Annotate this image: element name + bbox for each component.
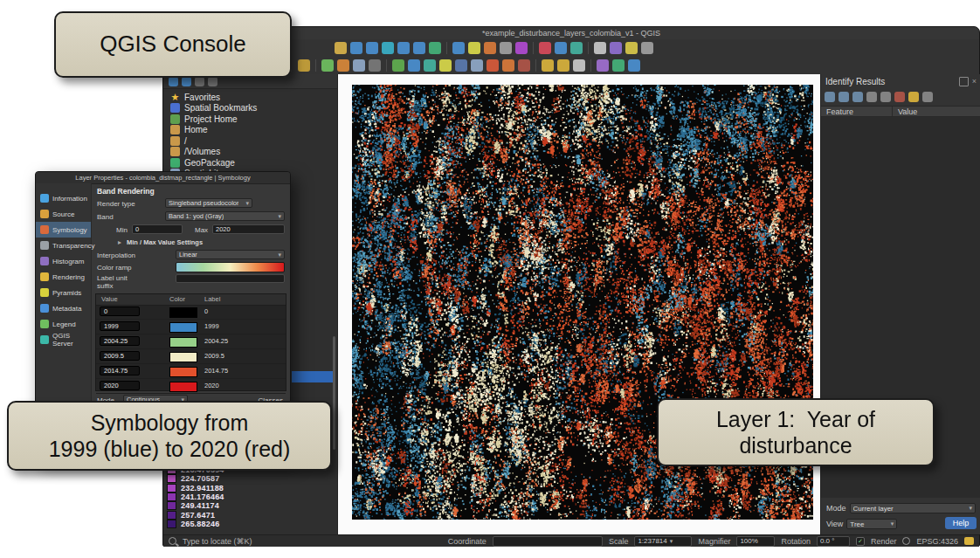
auto-expand-icon[interactable] (852, 92, 863, 102)
select-features-icon[interactable] (468, 42, 480, 54)
list-item[interactable]: 224.70587 (167, 474, 224, 483)
identify-features-icon[interactable] (452, 42, 465, 54)
refresh-map-icon[interactable] (429, 42, 441, 54)
table-row[interactable]: 2004.252004.25 (96, 334, 286, 349)
color-chip[interactable] (169, 322, 197, 333)
min-input[interactable]: 0 (132, 224, 183, 234)
dialog-tab-metadata[interactable]: Metadata (36, 300, 91, 316)
label-cell[interactable]: 2009.5 (204, 349, 224, 363)
zoom-next-icon[interactable] (413, 42, 425, 54)
value-column-header[interactable]: Value (893, 107, 980, 116)
open-data-source-manager-icon[interactable] (298, 59, 310, 72)
close-panel-icon[interactable]: × (972, 78, 977, 86)
table-row[interactable]: 19991999 (96, 320, 286, 334)
copy-feature-icon[interactable] (866, 92, 877, 102)
coordinate-input[interactable] (493, 536, 603, 547)
magnifier-input[interactable]: 100% (736, 536, 775, 547)
render-type-select[interactable]: Singleband pseudocolor ▾ (165, 198, 252, 208)
rotation-input[interactable]: 0.0 ° (817, 536, 850, 547)
message-log-icon[interactable] (964, 537, 974, 545)
new-bookmark-icon[interactable] (539, 42, 551, 54)
collapse-all-icon[interactable] (839, 92, 849, 102)
dialog-tab-rendering[interactable]: Rendering (36, 269, 91, 285)
disclosure-triangle-icon[interactable]: ▸ (118, 238, 121, 246)
add-delimited-text-icon[interactable] (439, 59, 452, 72)
browser-item-project-home[interactable]: Project Home (163, 114, 337, 125)
add-vector-layer-icon[interactable] (392, 59, 404, 72)
scrollbar[interactable] (333, 336, 335, 450)
dialog-tab-transparency[interactable]: Transparency (36, 238, 91, 253)
show-statistics-icon[interactable] (610, 42, 622, 54)
float-panel-icon[interactable] (959, 77, 969, 86)
zoom-out-icon[interactable] (366, 42, 378, 54)
map-tips-icon[interactable] (542, 59, 554, 72)
temporal-control-icon[interactable] (570, 42, 583, 54)
metasearch-icon[interactable] (628, 59, 640, 72)
add-wfs-layer-icon[interactable] (502, 59, 514, 72)
dialog-tab-pyramids[interactable]: Pyramids (36, 285, 91, 300)
form-annotation-icon[interactable] (573, 59, 585, 72)
options-icon[interactable] (641, 42, 653, 54)
new-virtual-layer-icon[interactable] (369, 59, 381, 72)
color-chip[interactable] (169, 382, 197, 392)
python-console-icon[interactable] (625, 42, 638, 54)
value-cell[interactable]: 2014.75 (100, 366, 140, 375)
dialog-tab-qgis-server[interactable]: QGIS Server (36, 332, 91, 348)
list-item[interactable]: 249.41174 (167, 501, 224, 510)
table-row[interactable]: 20202020 (96, 379, 286, 394)
identify-mode-select[interactable]: Current layer ▾ (850, 503, 976, 513)
list-item[interactable]: 265.88246 (167, 520, 224, 528)
add-raster-layer-icon[interactable] (408, 59, 420, 72)
zoom-full-icon[interactable] (382, 42, 394, 54)
expand-all-icon[interactable] (825, 92, 835, 102)
dialog-tab-information[interactable]: Information (36, 190, 91, 206)
processing-toolbox-icon[interactable] (612, 59, 625, 72)
dialog-tab-histogram[interactable]: Histogram (36, 253, 91, 269)
dialog-tab-source[interactable]: Source (36, 206, 91, 222)
browser-item-volumes[interactable]: /Volumes (163, 147, 337, 158)
measure-icon[interactable] (515, 42, 528, 54)
value-cell[interactable]: 0 (100, 307, 140, 316)
list-item[interactable]: 257.6471 (167, 510, 224, 519)
color-chip[interactable] (169, 337, 197, 348)
open-attribute-table-icon[interactable] (500, 42, 512, 54)
new-shapefile-layer-icon[interactable] (337, 59, 349, 72)
dialog-titlebar[interactable]: Layer Properties - colombia_distmap_rect… (36, 172, 290, 184)
label-cell[interactable]: 2020 (204, 379, 219, 393)
browser-refresh-icon[interactable] (169, 77, 178, 86)
zoom-last-icon[interactable] (397, 42, 410, 54)
color-chip[interactable] (169, 352, 197, 362)
identify-view-select[interactable]: Tree ▾ (846, 519, 897, 529)
style-manager-icon[interactable] (597, 59, 609, 72)
add-mesh-layer-icon[interactable] (424, 59, 436, 72)
render-checkbox[interactable]: ✓ (856, 537, 865, 546)
color-chip[interactable] (169, 307, 197, 318)
band-select[interactable]: Band 1: yod (Gray) ▾ (165, 211, 285, 221)
identify-mode-icon[interactable] (908, 92, 919, 102)
browser-item-spatial-bookmarks[interactable]: Spatial Bookmarks (163, 103, 337, 114)
browser-collapse-all-icon[interactable] (195, 77, 204, 86)
label-cell[interactable]: 2004.25 (204, 334, 228, 348)
table-row[interactable]: 00 (96, 305, 286, 320)
table-row[interactable]: 2009.52009.5 (96, 349, 286, 364)
deselect-features-icon[interactable] (484, 42, 496, 54)
label-cell[interactable]: 2014.75 (204, 364, 228, 378)
browser-item-home[interactable]: Home (163, 125, 337, 136)
new-geopackage-layer-icon[interactable] (321, 59, 334, 72)
dialog-tab-legend[interactable]: Legend (36, 316, 91, 332)
text-annotation-icon[interactable] (557, 59, 569, 72)
add-wcs-layer-icon[interactable] (518, 59, 530, 72)
identify-settings-icon[interactable] (922, 92, 933, 102)
label-cell[interactable]: 0 (204, 305, 208, 319)
add-wms-layer-icon[interactable] (487, 59, 499, 72)
color-chip[interactable] (169, 367, 197, 377)
value-cell[interactable]: 2004.25 (100, 336, 140, 346)
print-response-icon[interactable] (880, 92, 891, 102)
max-input[interactable]: 2020 (212, 224, 285, 234)
selected-layer-highlight[interactable] (292, 371, 334, 382)
browser-item-favorites[interactable]: ★Favorites (163, 92, 337, 103)
interpolation-select[interactable]: Linear ▾ (176, 250, 285, 259)
list-item[interactable]: 241.176464 (167, 493, 224, 501)
dialog-tab-symbology[interactable]: Symbology (36, 222, 91, 238)
list-item[interactable]: 232.941188 (167, 484, 224, 493)
